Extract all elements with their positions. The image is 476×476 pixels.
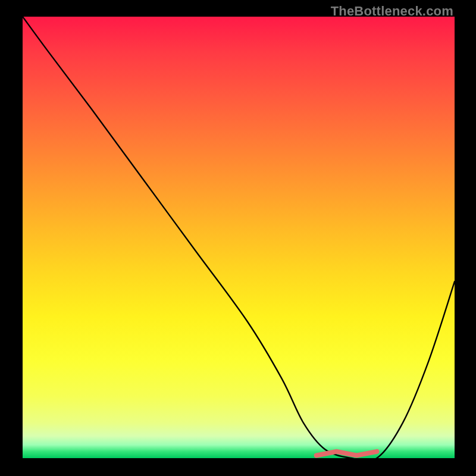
gradient-plot-area <box>23 17 455 458</box>
bottleneck-curve <box>23 17 455 458</box>
curve-line <box>23 17 455 458</box>
chart-frame: TheBottleneck.com <box>0 0 476 476</box>
trough-highlight <box>317 452 377 456</box>
